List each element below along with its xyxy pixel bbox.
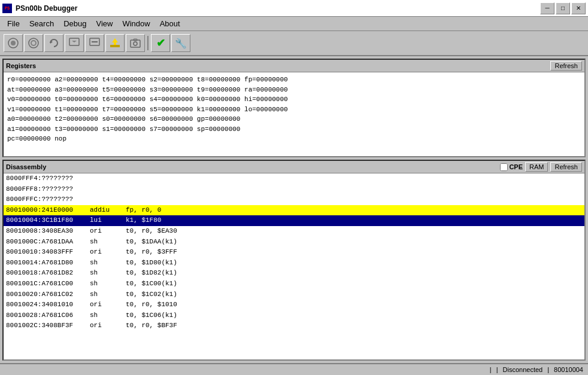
disasm-addr: 80010028:A7681C06 (6, 310, 90, 321)
disasm-ops: t0, $1C00(k1) (126, 279, 582, 289)
disasm-mnem: ori (90, 321, 126, 331)
disasm-mnem: sh (90, 289, 126, 300)
register-line-0: r0=00000000 a2=00000000 t4=00000000 s2=0… (7, 75, 581, 85)
disasm-addr: 8001001C:A7681C00 (6, 279, 90, 289)
disasm-row[interactable]: 8000FFF8:???????? (4, 184, 584, 195)
svg-marker-11 (112, 38, 118, 42)
upload-button[interactable] (105, 34, 125, 52)
menu-search[interactable]: Search (25, 18, 59, 29)
disasm-mnem: ori (90, 300, 126, 310)
ram-button[interactable]: RAM (525, 162, 548, 172)
disasm-addr: 8000FFF8:???????? (6, 184, 90, 195)
menu-debug[interactable]: Debug (59, 18, 91, 29)
cpe-checkbox-label[interactable]: CPE (500, 163, 523, 171)
disasm-mnem: sh (90, 258, 126, 269)
svg-rect-12 (114, 42, 116, 45)
disasm-ops: t0, r0, $1010 (126, 300, 582, 310)
disassembly-panel-title: Disassembly CPE RAM Refresh (4, 161, 584, 173)
step-over-button[interactable] (85, 34, 104, 52)
pause-button[interactable] (24, 34, 43, 52)
status-bar: | | Disconnected | 80010004 (0, 363, 588, 375)
menu-view[interactable]: View (91, 18, 117, 29)
step-into-button[interactable] (65, 34, 84, 52)
disasm-addr: 80010008:3408EA30 (6, 226, 90, 237)
disasm-mnem: lui (90, 215, 126, 226)
svg-point-1 (11, 41, 16, 45)
registers-refresh-button[interactable]: Refresh (550, 61, 582, 71)
screenshot-button[interactable] (126, 34, 145, 52)
disasm-addr: 8000FFFC:???????? (6, 194, 90, 205)
menu-window[interactable]: Window (117, 18, 154, 29)
disasm-mnem: sh (90, 310, 126, 321)
disasm-ops (126, 184, 582, 195)
disasm-addr: 80010020:A7681C02 (6, 289, 90, 300)
registers-label: Registers (6, 62, 36, 69)
disassembly-panel: Disassembly CPE RAM Refresh 8000FFF4:???… (2, 160, 586, 361)
register-line-5: a1=00000000 t3=00000000 s1=00000000 s7=0… (7, 124, 581, 135)
disasm-row[interactable]: 80010000:241E0000addiufp, r0, 0 (4, 205, 584, 216)
disasm-row[interactable]: 80010020:A7681C02sht0, $1C02(k1) (4, 289, 584, 300)
disassembly-label: Disassembly (6, 163, 46, 170)
disasm-addr: 8001000C:A7681DAA (6, 237, 90, 248)
disasm-mnem (90, 184, 126, 195)
reset-button[interactable] (44, 34, 63, 52)
toolbar: ✔ 🔧 (0, 31, 588, 56)
register-line-1: at=00000000 a3=00000000 t5=00000000 s3=0… (7, 85, 581, 95)
disasm-ops: t0, r0, $3FFF (126, 247, 582, 258)
disasm-addr: 80010014:A7681D80 (6, 258, 90, 269)
disasm-addr: 80010004:3C1B1F80 (6, 215, 90, 226)
title-bar-left: PS PSn00b Debugger (2, 4, 77, 13)
disasm-ops: t0, $1DAA(k1) (126, 237, 582, 248)
disasm-ops: t0, $1D82(k1) (126, 268, 582, 279)
menu-about[interactable]: About (155, 18, 185, 29)
cpe-checkbox[interactable] (500, 163, 508, 171)
svg-marker-7 (72, 41, 77, 42)
disasm-addr: 80010010:34083FFF (6, 247, 90, 258)
menu-bar: File Search Debug View Window About (0, 17, 588, 31)
disasm-row[interactable]: 8001002C:3408BF3Forit0, r0, $BF3F (4, 321, 584, 331)
disasm-row[interactable]: 80010014:A7681D80sht0, $1D80(k1) (4, 258, 584, 269)
disasm-mnem: addiu (90, 205, 126, 216)
disasm-addr: 8000FFF4:???????? (6, 173, 90, 184)
disasm-row[interactable]: 80010018:A7681D82sht0, $1D82(k1) (4, 268, 584, 279)
disasm-addr: 8001002C:3408BF3F (6, 321, 90, 331)
disasm-ops: t0, $1C06(k1) (126, 310, 582, 321)
minimize-button[interactable]: ─ (540, 2, 554, 14)
checkmark-button[interactable]: ✔ (151, 34, 170, 52)
disassembly-refresh-button[interactable]: Refresh (550, 162, 582, 172)
menu-file[interactable]: File (2, 18, 25, 29)
disasm-row[interactable]: 80010010:34083FFForit0, r0, $3FFF (4, 247, 584, 258)
disasm-ops: t0, $1C02(k1) (126, 289, 582, 300)
svg-rect-10 (110, 45, 120, 47)
disasm-row[interactable]: 80010024:34081010orit0, r0, $1010 (4, 300, 584, 310)
registers-panel: Registers Refresh r0=00000000 a2=0000000… (2, 59, 586, 157)
register-line-2: v0=00000000 t0=00000000 t6=00000000 s4=0… (7, 94, 581, 105)
disasm-row[interactable]: 80010008:3408EA30orit0, r0, $EA30 (4, 226, 584, 237)
close-button[interactable]: ✕ (571, 2, 586, 14)
disasm-row[interactable]: 8001000C:A7681DAAsht0, $1DAA(k1) (4, 237, 584, 248)
disasm-ops: fp, r0, 0 (126, 205, 582, 216)
disasm-ops: k1, $1F80 (126, 215, 582, 226)
disasm-row[interactable]: 8000FFFC:???????? (4, 194, 584, 205)
status-sep3: | (547, 366, 549, 373)
status-sep2: | (496, 366, 498, 373)
maximize-button[interactable]: □ (556, 2, 570, 14)
registers-panel-title: Registers Refresh (4, 60, 584, 72)
disasm-row[interactable]: 8000FFF4:???????? (4, 173, 584, 184)
wrench-button[interactable]: 🔧 (171, 34, 190, 52)
run-button[interactable] (4, 34, 23, 52)
disasm-ops (126, 194, 582, 205)
disasm-row[interactable]: 80010028:A7681C06sht0, $1C06(k1) (4, 310, 584, 321)
window-title: PSn00b Debugger (16, 4, 77, 13)
register-line-6: pc=00000000 nop (7, 134, 581, 144)
disasm-row[interactable]: 8001001C:A7681C00sht0, $1C00(k1) (4, 279, 584, 289)
disasm-row[interactable]: 80010004:3C1B1F80luik1, $1F80 (4, 215, 584, 226)
register-line-4: a0=00000000 t2=00000000 s0=00000000 s6=0… (7, 114, 581, 124)
disasm-mnem: ori (90, 226, 126, 237)
main-content: Registers Refresh r0=00000000 a2=0000000… (0, 56, 588, 363)
disasm-ops (126, 173, 582, 184)
disasm-ops: t0, $1D80(k1) (126, 258, 582, 269)
register-line-3: v1=00000000 t1=00000000 t7=00000000 s5=0… (7, 105, 581, 115)
disasm-mnem (90, 194, 126, 205)
disasm-mnem (90, 173, 126, 184)
